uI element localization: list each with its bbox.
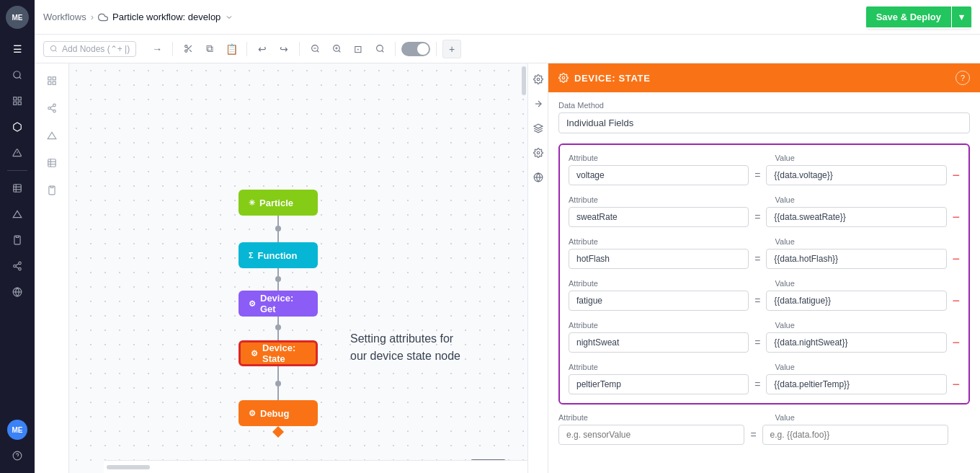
delete-row-voltage[interactable]: − (953, 169, 961, 182)
toolbar-divider-3 (299, 42, 300, 56)
toolbar-paste-btn[interactable]: 📋 (222, 40, 241, 58)
node-particle[interactable]: ✳ Particle (239, 190, 318, 216)
node-device-get[interactable]: ⚙ Device: Get (239, 291, 318, 317)
attr-input-voltage[interactable] (569, 165, 749, 185)
sidebar-icon-user-circle[interactable]: ME (6, 418, 29, 441)
attr-label-2: Attribute (569, 195, 754, 204)
panel-icon-3[interactable] (40, 124, 63, 147)
attr-input-peltiertemp[interactable] (569, 374, 749, 394)
val-input-nightsweat[interactable] (766, 332, 946, 353)
sidebar-icon-warning[interactable] (6, 141, 29, 164)
side-icon-settings[interactable] (528, 69, 548, 89)
toolbar-undo-btn[interactable]: ↩ (253, 40, 272, 58)
device-state-header-icon (558, 73, 569, 83)
svg-point-52 (275, 276, 281, 282)
attr-row-sweatrate: Attribute Value = − (569, 195, 960, 227)
sidebar-icon-clipboard[interactable] (6, 229, 29, 252)
attr-row-peltiertemp: Attribute Value = − (569, 363, 960, 394)
svg-point-22 (184, 45, 187, 48)
attr-input-empty[interactable] (558, 425, 744, 445)
node-device-state[interactable]: ⚙ Device: State (239, 340, 318, 366)
svg-point-56 (275, 381, 281, 386)
sidebar-icon-dashboard[interactable] (6, 89, 29, 112)
attr-row-nightsweat: Attribute Value = − (569, 321, 960, 353)
attr-label-6: Attribute (569, 363, 754, 371)
svg-point-34 (376, 45, 383, 52)
toolbar-redo-btn[interactable]: ↪ (275, 40, 293, 58)
panel-icon-1[interactable] (40, 69, 63, 92)
toolbar-search2-btn[interactable] (370, 40, 389, 58)
toolbar-cut-btn[interactable] (179, 40, 197, 58)
toolbar-copy-btn[interactable]: ⧉ (200, 40, 219, 58)
side-icon-gear2[interactable] (528, 143, 548, 163)
node-debug[interactable]: ⚙ Debug (239, 400, 318, 426)
val-input-empty[interactable] (762, 425, 948, 445)
sidebar-icon-search[interactable] (6, 63, 29, 87)
sidebar-icon-table[interactable] (6, 177, 29, 200)
sidebar-icon-help[interactable] (6, 444, 29, 467)
val-input-hotflash[interactable] (766, 249, 946, 269)
save-deploy-dropdown-button[interactable]: ▾ (952, 6, 971, 27)
breadcrumb-workflows[interactable]: Workflows (43, 12, 86, 22)
side-icon-arrow[interactable] (528, 94, 548, 114)
toolbar-add-btn[interactable]: + (442, 40, 461, 58)
svg-point-58 (537, 78, 540, 81)
attr-row-voltage: Attribute Value = − (569, 154, 960, 185)
toolbar-fit-btn[interactable]: ⊡ (349, 40, 368, 58)
val-input-fatigue[interactable] (766, 291, 946, 311)
sidebar-icon-triangle[interactable] (6, 203, 29, 226)
help-button[interactable]: ? (956, 71, 970, 85)
toolbar-zoom-out-btn[interactable] (306, 40, 324, 58)
delete-row-fatigue[interactable]: − (953, 294, 961, 307)
toolbar-toggle[interactable] (401, 42, 430, 56)
avatar[interactable]: ME (6, 6, 29, 29)
attr-input-fatigue[interactable] (569, 291, 749, 311)
left-sidebar: ME ☰ ME (0, 0, 35, 473)
breadcrumb-arrow: › (91, 12, 94, 22)
panel-icon-2[interactable] (40, 97, 63, 120)
equals-3: = (754, 253, 760, 265)
val-input-peltiertemp[interactable] (766, 374, 946, 394)
breadcrumb-workflow-name[interactable]: Particle workflow: develop (112, 12, 220, 22)
side-icon-layers[interactable] (528, 118, 548, 138)
toolbar-zoom-in-btn[interactable] (327, 40, 346, 58)
attr-input-sweatrate[interactable] (569, 207, 749, 227)
delete-row-nightsweat[interactable]: − (953, 336, 961, 349)
panel-icon-4[interactable] (40, 151, 63, 174)
side-icons-panel (527, 63, 548, 473)
toolbar-connect-btn[interactable]: → (148, 40, 166, 58)
v-scrollbar-thumb[interactable] (522, 66, 526, 95)
svg-point-50 (275, 226, 281, 231)
val-label-1: Value (775, 154, 961, 162)
toolbar-divider-2 (246, 42, 247, 56)
data-method-select[interactable]: Individual Fields Full Object (558, 112, 970, 133)
toolbar-divider-1 (172, 42, 173, 56)
sidebar-icon-menu[interactable]: ☰ (6, 37, 29, 61)
workflow-canvas[interactable]: ✳ Particle Σ Function ⚙ Device: Get ⚙ De… (69, 63, 527, 473)
particle-icon: ✳ (249, 198, 255, 208)
side-icon-globe[interactable] (528, 167, 548, 187)
dropdown-arrow-icon[interactable] (225, 13, 233, 22)
h-scrollbar-thumb[interactable] (107, 465, 150, 469)
svg-rect-48 (50, 186, 53, 187)
attr-input-hotflash[interactable] (569, 249, 749, 269)
node-function[interactable]: Σ Function (239, 242, 318, 268)
val-input-sweatrate[interactable] (766, 207, 946, 227)
delete-row-hotflash[interactable]: − (953, 252, 961, 265)
toolbar-divider-5 (436, 42, 437, 56)
sidebar-icon-globe[interactable] (6, 280, 29, 304)
top-bar: Workflows › Particle workflow: develop S… (35, 0, 980, 35)
val-input-voltage[interactable] (766, 165, 946, 185)
save-deploy-button[interactable]: Save & Deploy (866, 6, 951, 27)
attr-label-1: Attribute (569, 154, 754, 162)
attr-input-nightsweat[interactable] (569, 332, 749, 353)
panel-icon-5[interactable] (40, 179, 63, 202)
sidebar-icon-nodes[interactable] (6, 255, 29, 278)
delete-row-sweatrate[interactable]: − (953, 211, 961, 224)
add-nodes-search[interactable]: Add Nodes (⌃+ |) (43, 41, 136, 57)
delete-row-peltiertemp[interactable]: − (953, 378, 961, 391)
sidebar-icon-cube[interactable] (6, 115, 29, 138)
attr-label-3: Attribute (569, 237, 754, 246)
svg-line-16 (16, 264, 19, 265)
val-label-3: Value (775, 237, 961, 246)
